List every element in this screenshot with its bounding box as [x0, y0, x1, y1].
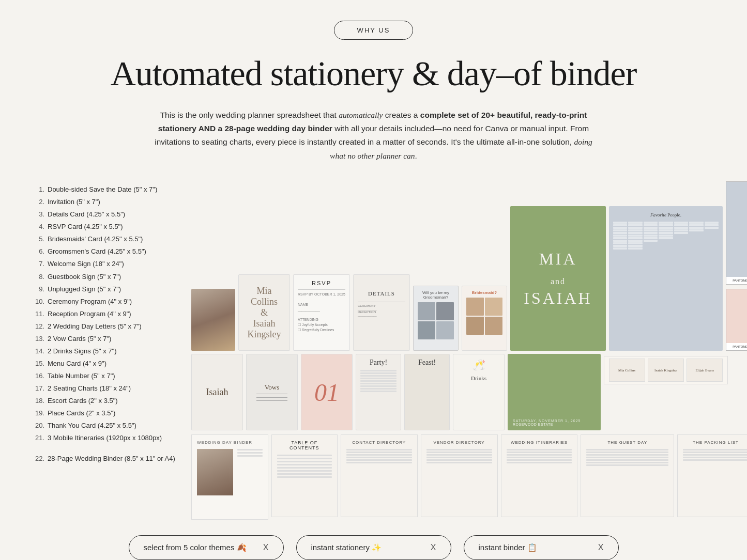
item-text: Unplugged Sign (5" x 7") — [48, 283, 121, 295]
list-item: 5.Bridesmaids' Card (4.25" x 5.5") — [31, 233, 176, 245]
feast-card: Feast! — [404, 354, 450, 430]
item-number: 4. — [31, 221, 44, 233]
item-text: Details Card (4.25" x 5.5") — [48, 208, 125, 221]
color-themes-label: select from 5 color themes 🍂 — [144, 543, 247, 552]
binder-toc-card: TABLE OF CONTENTS — [271, 434, 338, 517]
drinks-lines — [458, 384, 500, 386]
place-card-isaiah-name: Isaiah Kingsley — [654, 368, 677, 372]
instant-stationery-close[interactable]: X — [431, 543, 436, 552]
details-title: DETAILS — [358, 290, 405, 297]
item-number: 2. — [31, 196, 44, 208]
main-headline: Automated stationery & day–of binder — [31, 54, 716, 93]
item-number: 10. — [31, 295, 44, 308]
contact-lines — [346, 449, 412, 463]
guestday-title: THE GUEST DAY — [586, 440, 668, 445]
item-text: Ceremony Program (4" x 9") — [48, 295, 132, 308]
place-card-elijah-name: Elijah Evans — [696, 368, 714, 372]
list-item: 2.Invitation (5" x 7") — [31, 196, 176, 208]
list-item: 9.Unplugged Sign (5" x 7") — [31, 283, 176, 295]
list-item: 18.Escort Cards (2" x 3.5") — [31, 395, 176, 407]
list-item: 12.2 Wedding Day Letters (5" x 7") — [31, 320, 176, 333]
pantone-label-1: PANTONE — [726, 277, 747, 284]
binder-main-card: WEDDING DAY BINDER — [191, 434, 268, 520]
stationery-mid-row: Isaiah Vows 01 Party! — [191, 354, 747, 430]
vendor-title: VENDOR DIRECTORY — [426, 440, 492, 445]
contact-title: CONTACT DIRECTORY — [346, 440, 412, 445]
party-lines — [360, 370, 397, 392]
binder-title: WEDDING DAY BINDER — [197, 440, 263, 445]
content-area: 1.Double-sided Save the Date (5" x 7")2.… — [31, 181, 716, 520]
seating-chart-big: MIAandISAIAH — [510, 206, 606, 351]
item-text: Thank You Card (4.25" x 5.5") — [48, 419, 136, 432]
save-the-date-card — [191, 289, 235, 351]
seating-grid — [613, 222, 719, 250]
list-item: 16.Table Number (5" x 7") — [31, 370, 176, 382]
binder-itinerary-card: WEDDING ITINERARIES — [501, 434, 578, 517]
bridesmaid-card: Bridesmaid? — [462, 286, 507, 351]
item-text: Bridesmaids' Card (4.25" x 5.5") — [48, 233, 143, 245]
place-card-mia-name: Mia Collins — [618, 368, 635, 372]
isaiah-card: Isaiah — [191, 354, 243, 430]
item-number: 18. — [31, 395, 44, 407]
program-num: 01 — [314, 378, 339, 407]
item-number: 22. — [31, 453, 44, 465]
item-number: 5. — [31, 233, 44, 245]
instant-stationery-pill[interactable]: instant stationery ✨ X — [296, 535, 451, 560]
list-item: 20.Thank You Card (4.25" x 5.5") — [31, 419, 176, 432]
item-number: 8. — [31, 271, 44, 283]
pantone-swatch-1: PANTONE — [726, 181, 747, 285]
item-text: Invitation (5" x 7") — [48, 196, 100, 208]
drinks-title: Drinks — [471, 375, 486, 381]
stationery-top-row: Mia Collins&Isaiah Kingsley RSVP RSVP BY… — [191, 181, 747, 351]
list-item: 15.Menu Card (4" x 9") — [31, 357, 176, 370]
place-cards-row: Mia Collins Isaiah Kingsley Elijah Evans — [604, 356, 728, 384]
item-number: 3. — [31, 208, 44, 221]
itinerary-title: WEDDING ITINERARIES — [507, 440, 572, 445]
list-item: 8.Guestbook Sign (5" x 7") — [31, 271, 176, 283]
item-number: 11. — [31, 308, 44, 320]
preview-area: Mia Collins&Isaiah Kingsley RSVP RSVP BY… — [191, 181, 747, 520]
date-text: SATURDAY, NOVEMBER 1, 2025 — [513, 419, 596, 423]
drinks-icon: 🥂 — [472, 359, 485, 371]
party-title: Party! — [360, 359, 397, 367]
vendor-lines — [426, 449, 492, 463]
toc-lines — [277, 455, 332, 478]
instant-binder-pill[interactable]: instant binder 📋 X — [464, 535, 619, 560]
item-text: Double-sided Save the Date (5" x 7") — [48, 183, 157, 196]
details-card: DETAILS CEREMONY___________RECEPTION____… — [353, 274, 410, 351]
item-number: 1. — [31, 183, 44, 196]
item-number: 13. — [31, 333, 44, 345]
item-text: 2 Wedding Day Letters (5" x 7") — [48, 320, 142, 333]
instant-binder-label: instant binder 📋 — [479, 543, 537, 552]
toc-title: TABLE OF CONTENTS — [277, 440, 332, 450]
list-item: 14.2 Drinks Signs (5" x 7") — [31, 345, 176, 357]
party-card: Party! — [356, 354, 401, 430]
binder-vendor-card: VENDOR DIRECTORY — [421, 434, 498, 517]
list-item: 17.2 Seating Charts (18" x 24") — [31, 382, 176, 395]
item-number: 12. — [31, 320, 44, 333]
rsvp-title: RSVP — [298, 280, 345, 286]
item-number: 20. — [31, 419, 44, 432]
bottom-pills: select from 5 color themes 🍂 X instant s… — [31, 535, 716, 560]
item-text: 28-Page Wedding Binder (8.5" x 11" or A4… — [48, 453, 175, 465]
instant-stationery-label: instant stationery ✨ — [311, 543, 382, 552]
item-text: Groomsmen's Card (4.25" x 5.5") — [48, 245, 146, 258]
binder-row: WEDDING DAY BINDER TABLE OF CONTENTS — [191, 434, 747, 520]
place-card-elijah: Elijah Evans — [687, 359, 723, 382]
place-cards-group: Mia Collins Isaiah Kingsley Elijah Evans — [604, 354, 728, 384]
item-text: Table Number (5" x 7") — [48, 370, 115, 382]
subtitle: This is the only wedding planner spreads… — [151, 108, 596, 163]
list-item: 6.Groomsmen's Card (4.25" x 5.5") — [31, 245, 176, 258]
item-text: 3 Mobile Itineraries (1920px x 1080px) — [48, 432, 162, 444]
instant-binder-close[interactable]: X — [598, 543, 604, 552]
guestday-lines — [586, 449, 668, 466]
seating-chart-names: Favorite People. — [609, 206, 723, 351]
groomsman-label: Will you be my Groomsman? — [418, 290, 454, 300]
item-text: Welcome Sign (18" x 24") — [48, 258, 124, 270]
list-item: 7.Welcome Sign (18" x 24") — [31, 258, 176, 270]
pantone-swatch-2: PANTONE — [726, 289, 747, 351]
color-themes-close[interactable]: X — [263, 543, 269, 552]
color-themes-pill[interactable]: select from 5 color themes 🍂 X — [129, 535, 284, 560]
invitation-card: Mia Collins&Isaiah Kingsley — [238, 274, 290, 351]
item-text: 2 Seating Charts (18" x 24") — [48, 382, 131, 395]
